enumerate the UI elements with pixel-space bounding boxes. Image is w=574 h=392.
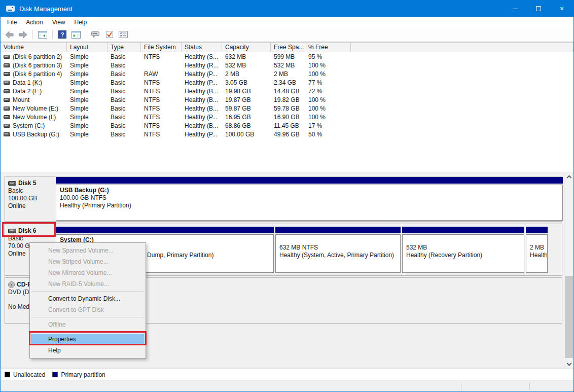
context-menu-item-new-raid-5-volume: New RAID-5 Volume...	[30, 278, 146, 290]
cell-volume: USB Backup (G:)	[1, 131, 67, 138]
cell-type: Basic	[107, 131, 141, 138]
partition[interactable]: 632 MB NTFSHealthy (System, Active, Prim…	[275, 227, 401, 273]
context-menu-item-properties[interactable]: Properties	[31, 334, 145, 345]
cell--free: 100 %	[305, 70, 351, 78]
menu-item-help[interactable]: Help	[70, 17, 92, 27]
cell-volume: Data 1 (K:)	[1, 79, 67, 86]
volume-list-header: VolumeLayoutTypeFile SystemStatusCapacit…	[1, 42, 573, 52]
partition-status: Healthy (System, Active, Primary Partiti…	[279, 252, 400, 259]
maximize-button[interactable]	[527, 1, 550, 17]
cell-capacity: 19.87 GB	[222, 96, 271, 103]
cell-layout: Simple	[67, 114, 107, 121]
cell-volume: New Volume (I:)	[1, 114, 67, 121]
partition-title	[279, 236, 400, 244]
menu-bar: FileActionViewHelp	[1, 17, 573, 28]
table-row[interactable]: USB Backup (G:)SimpleBasicNTFSHealthy (P…	[1, 130, 573, 138]
cell-free-spa-: 532 MB	[271, 62, 305, 69]
cell-volume: (Disk 6 partition 4)	[1, 70, 67, 78]
legend-swatch	[5, 372, 10, 377]
status-bar-divider	[461, 382, 461, 390]
vertical-scrollbar[interactable]	[564, 172, 573, 369]
column-header-5[interactable]: Capacity	[222, 43, 271, 52]
legend-bar: UnallocatedPrimary partition	[1, 369, 573, 380]
table-row[interactable]: New Volume (I:)SimpleBasicNTFSHealthy (P…	[1, 113, 573, 121]
column-header-4[interactable]: Status	[182, 43, 222, 52]
maximize-icon	[536, 6, 541, 11]
cell-status: Healthy (B...	[182, 105, 222, 112]
table-row[interactable]: (Disk 6 partition 3)SimpleBasicHealthy (…	[1, 61, 573, 69]
cd-rom-icon	[8, 281, 15, 288]
context-menu-item-convert-to-gpt-disk: Convert to GPT Disk	[30, 304, 146, 315]
table-row[interactable]: (Disk 6 partition 4)SimpleBasicRAWHealth…	[1, 69, 573, 78]
toolbar: ?	[1, 28, 573, 42]
partition[interactable]: 532 MBHealthy (Recovery Partition)	[402, 227, 524, 273]
cell-type: Basic	[107, 122, 141, 129]
close-button[interactable]: ×	[550, 1, 573, 17]
legend-item-unallocated: Unallocated	[5, 371, 45, 378]
table-row[interactable]: New Volume (E:)SimpleBasicNTFSHealthy (B…	[1, 104, 573, 113]
cell-free-spa-: 19.82 GB	[271, 96, 305, 103]
console-tree-icon[interactable]	[37, 29, 48, 40]
cell-file-system: NTFS	[141, 114, 182, 121]
scrollbar-thumb[interactable]	[565, 276, 573, 358]
partition[interactable]: 2 MBHealthy (Primary Partition)	[526, 227, 548, 273]
help-icon[interactable]: ?	[57, 29, 68, 40]
cell-status: Healthy (B...	[182, 88, 222, 95]
context-menu-item-offline: Offline	[30, 319, 146, 330]
scroll-up-icon[interactable]	[564, 172, 573, 180]
cell--free: 100 %	[305, 96, 351, 103]
menu-item-file[interactable]: File	[3, 17, 21, 27]
minimize-icon	[513, 9, 518, 9]
column-header-6[interactable]: Free Spa...	[271, 43, 305, 52]
primary-partition-strip	[56, 227, 274, 233]
volume-icon	[4, 98, 10, 102]
cell-volume: (Disk 6 partition 3)	[1, 62, 67, 69]
table-row[interactable]: Data 2 (F:)SimpleBasicNTFSHealthy (B...1…	[1, 87, 573, 95]
table-row[interactable]: System (C:)SimpleBasicNTFSHealthy (B...6…	[1, 121, 573, 130]
title-bar: Disk Management ×	[1, 1, 573, 17]
action-pane-icon[interactable]	[70, 29, 82, 40]
cell-free-spa-: 2.34 GB	[271, 79, 305, 86]
minimize-button[interactable]	[504, 1, 527, 17]
cell-free-spa-: 49.96 GB	[271, 131, 305, 138]
disk-row-disk-5: Disk 5Basic100.00 GBOnlineUSB Backup (G:…	[5, 176, 562, 222]
menu-item-view[interactable]: View	[48, 17, 70, 27]
column-header-3[interactable]: File System	[141, 43, 182, 52]
cell--free: 17 %	[305, 122, 351, 129]
back-icon[interactable]	[4, 29, 15, 40]
svg-text:?: ?	[61, 31, 64, 38]
table-row[interactable]: Data 1 (K:)SimpleBasicNTFSHealthy (P...3…	[1, 78, 573, 87]
context-menu-item-convert-to-dynamic-disk[interactable]: Convert to Dynamic Disk...	[30, 293, 146, 304]
disk-name-text: Disk 6	[18, 227, 36, 235]
volume-name: Data 1 (K:)	[13, 79, 42, 86]
volume-icon	[4, 115, 10, 119]
popup-menu-icon[interactable]	[90, 29, 101, 40]
forward-icon[interactable]	[17, 29, 28, 40]
cell-layout: Simple	[67, 105, 107, 112]
column-header-2[interactable]: Type	[107, 43, 141, 52]
cell-capacity: 3.05 GB	[222, 79, 271, 86]
volume-icon	[4, 63, 10, 67]
partition-title	[406, 236, 524, 244]
column-header-1[interactable]: Layout	[67, 43, 107, 52]
task-list-icon[interactable]	[118, 29, 129, 40]
cell--free: 100 %	[305, 114, 351, 121]
toolbar-separator	[86, 30, 86, 39]
menu-item-action[interactable]: Action	[21, 17, 47, 27]
check-icon[interactable]	[104, 29, 115, 40]
partition[interactable]: USB Backup (G:)100.00 GB NTFSHealthy (Pr…	[56, 177, 563, 221]
disk-label-5[interactable]: Disk 5Basic100.00 GBOnline	[5, 176, 54, 221]
column-header-0[interactable]: Volume	[1, 43, 67, 52]
cell-status: Healthy (P...	[182, 131, 222, 138]
partition-size: 2 MB	[530, 244, 547, 252]
table-row[interactable]: (Disk 6 partition 2)SimpleBasicNTFSHealt…	[1, 52, 573, 61]
cell-status: Healthy (P...	[182, 70, 222, 78]
partition-status: Healthy (Primary Partition)	[60, 202, 562, 209]
cell--free: 100 %	[305, 105, 351, 112]
cell--free: 72 %	[305, 88, 351, 95]
scroll-down-icon[interactable]	[564, 361, 573, 369]
context-menu-item-help[interactable]: Help	[30, 345, 146, 356]
column-header-7[interactable]: % Free	[305, 43, 351, 52]
table-row[interactable]: MountSimpleBasicNTFSHealthy (B...19.87 G…	[1, 95, 573, 104]
partition-size: 532 MB	[406, 244, 524, 252]
